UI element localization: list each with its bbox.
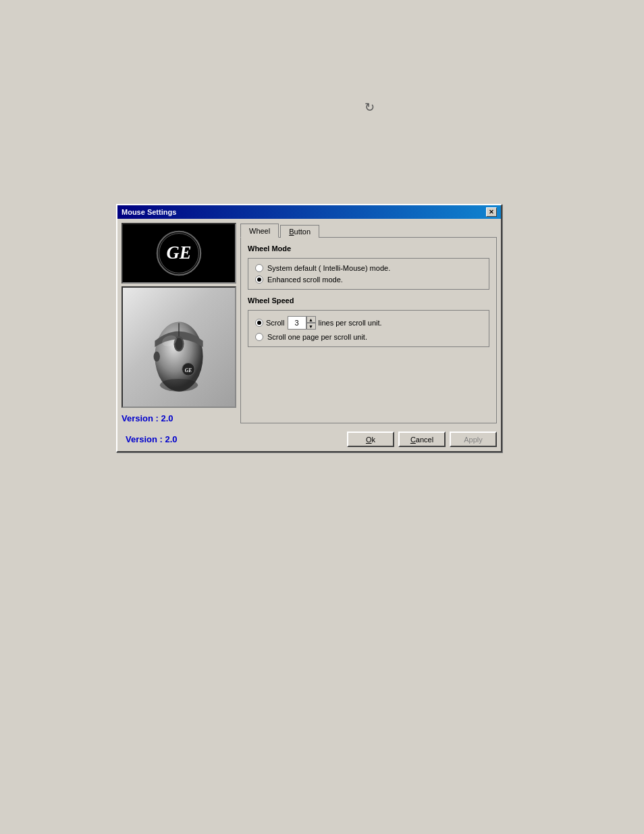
right-panel: Wheel Button Wheel Mode System default (… [240, 223, 497, 423]
ok-button[interactable]: Ok [347, 432, 394, 447]
tab-wheel[interactable]: Wheel [240, 224, 279, 238]
dialog-title: Mouse Settings [122, 208, 176, 216]
apply-label: Apply [464, 436, 483, 444]
radio-enhanced-scroll-label: Enhanced scroll mode. [267, 276, 343, 284]
scroll-lines-row: Scroll ▲ ▼ lines per scroll unit. [255, 316, 482, 330]
radio-scroll-lines[interactable] [255, 319, 263, 327]
mouse-image-box: GE [122, 286, 236, 408]
tabs-container: Wheel Button [240, 223, 497, 237]
left-panel: GE [122, 223, 236, 423]
radio-system-default[interactable] [255, 264, 263, 272]
svg-text:GE: GE [185, 367, 192, 373]
radio-enhanced-scroll[interactable] [255, 276, 263, 284]
mouse-settings-dialog: Mouse Settings ✕ GE [116, 204, 502, 452]
tab-button[interactable]: Button [280, 225, 319, 238]
close-button[interactable]: ✕ [486, 207, 497, 217]
spin-up-button[interactable]: ▲ [306, 316, 316, 323]
title-bar-buttons: ✕ [486, 207, 497, 217]
scroll-page-label: Scroll one page per scroll unit. [267, 333, 367, 341]
wheel-speed-group: Scroll ▲ ▼ lines per scroll unit. [248, 310, 489, 347]
apply-button[interactable]: Apply [450, 432, 497, 447]
tab-content-wheel: Wheel Mode System default ( Intelli-Mous… [240, 237, 497, 423]
radio-row-enhanced: Enhanced scroll mode. [255, 276, 482, 284]
scroll-spinbox: ▲ ▼ [288, 316, 316, 330]
ge-logo-icon: GE [155, 230, 203, 277]
wheel-mode-group: System default ( Intelli-Mouse) mode. En… [248, 258, 489, 290]
scroll-suffix-label: lines per scroll unit. [319, 319, 382, 327]
loading-cursor-icon: ↻ [365, 100, 375, 115]
mouse-illustration-icon: GE [138, 296, 219, 398]
scroll-spin-buttons: ▲ ▼ [306, 316, 316, 330]
title-bar: Mouse Settings ✕ [117, 205, 501, 219]
radio-scroll-page[interactable] [255, 333, 263, 341]
radio-system-default-label: System default ( Intelli-Mouse) mode. [267, 264, 390, 272]
footer-version-label: Version : 2.0 [126, 434, 178, 444]
wheel-speed-title: Wheel Speed [248, 296, 489, 305]
dialog-body: GE [117, 219, 501, 427]
radio-row-system-default: System default ( Intelli-Mouse) mode. [255, 264, 482, 272]
scroll-label: Scroll [266, 319, 285, 327]
version-label: Version : 2.0 [122, 413, 236, 423]
footer-left: Version : 2.0 [122, 434, 343, 444]
wheel-mode-title: Wheel Mode [248, 244, 489, 253]
svg-text:GE: GE [167, 242, 192, 263]
svg-point-10 [160, 379, 198, 392]
logo-box: GE [122, 223, 236, 284]
svg-point-8 [154, 352, 160, 362]
spin-down-button[interactable]: ▼ [306, 323, 316, 330]
scroll-page-row: Scroll one page per scroll unit. [255, 333, 482, 341]
scroll-lines-input[interactable] [288, 316, 306, 330]
dialog-footer: Version : 2.0 Ok Cancel Apply [117, 427, 501, 451]
cancel-button[interactable]: Cancel [398, 432, 446, 447]
